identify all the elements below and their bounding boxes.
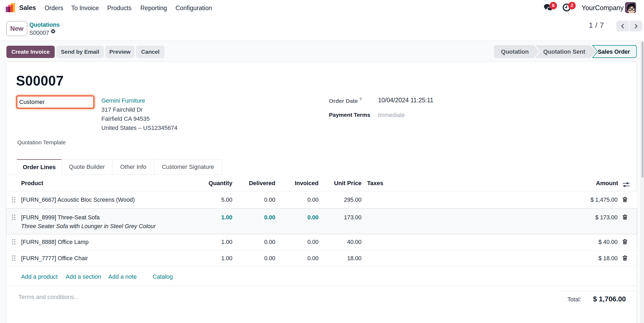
svg-text:Sales Order: Sales Order [598,49,630,55]
svg-text:Quotation: Quotation [501,48,529,55]
svg-text:Quotation Sent: Quotation Sent [543,48,585,55]
